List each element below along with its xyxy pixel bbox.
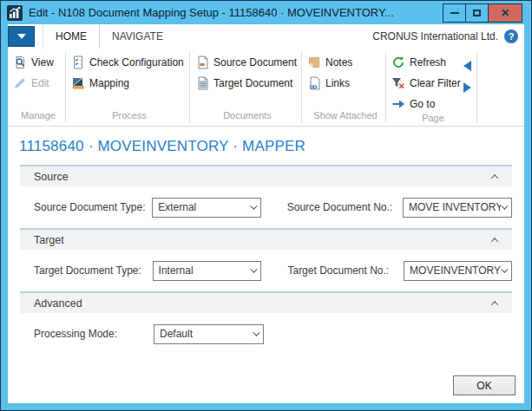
section-source-header[interactable]: Source	[20, 166, 512, 186]
section-target: Target Target Document Type: Internal Ta…	[20, 228, 512, 291]
company-name: CRONUS International Ltd.	[372, 30, 498, 42]
source-document-icon	[195, 55, 209, 69]
ribbon-group-documents: Source Document	[190, 49, 301, 126]
ribbon-group-process: Check Configuration Mappi	[66, 49, 189, 126]
chevron-down-icon	[17, 34, 26, 39]
check-configuration-label: Check Configuration	[89, 56, 184, 68]
section-advanced-header[interactable]: Advanced	[20, 293, 512, 313]
ribbon-group-page: Refresh Clear Filter	[386, 49, 476, 126]
links-label: Links	[325, 77, 350, 89]
clear-filter-icon	[391, 76, 405, 90]
ok-button[interactable]: OK	[453, 375, 516, 395]
clear-filter-button[interactable]: Clear Filter	[391, 74, 461, 92]
chevron-up-icon[interactable]	[491, 301, 498, 308]
refresh-button[interactable]: Refresh	[391, 53, 461, 71]
maximize-button[interactable]	[465, 3, 489, 23]
minimize-icon	[450, 12, 459, 14]
section-source-body: Source Document Type: External Source Do…	[20, 186, 512, 228]
target-document-button[interactable]: Target Document	[195, 74, 299, 92]
close-button[interactable]: ✕	[488, 3, 522, 23]
section-target-title: Target	[34, 234, 64, 246]
window-title: Edit - N108 Document Mapping Setup - 111…	[29, 6, 443, 19]
section-source-title: Source	[34, 171, 69, 183]
ribbon-group-label-process: Process	[71, 110, 187, 126]
source-document-type-field-label: Source Document Type:	[34, 201, 152, 213]
ribbon-group-manage: View Edit Manage	[8, 49, 65, 126]
ribbon: View Edit Manage	[8, 49, 524, 127]
tab-home[interactable]: HOME	[43, 24, 100, 49]
links-button[interactable]: Links	[307, 74, 384, 92]
chevron-up-icon[interactable]	[491, 174, 498, 181]
minimize-button[interactable]	[443, 3, 466, 23]
chevron-down-icon	[251, 265, 258, 272]
mapping-label: Mapping	[89, 77, 129, 89]
chevron-down-icon	[253, 329, 259, 336]
view-button[interactable]: View	[13, 53, 63, 71]
target-document-type-field-label: Target Document Type:	[34, 264, 153, 277]
target-document-label: Target Document	[213, 77, 292, 89]
tab-navigate[interactable]: NAVIGATE	[100, 24, 175, 49]
page-content: 11158640 · MOVEINVENTORY · MAPPER Source…	[8, 127, 524, 403]
goto-arrow-icon	[391, 97, 405, 111]
window-content-frame: HOME NAVIGATE CRONUS International Ltd. …	[8, 24, 524, 403]
application-menu-button[interactable]	[8, 26, 35, 47]
ribbon-group-label-show-attached: Show Attached	[307, 110, 384, 126]
processing-mode-select[interactable]: Default	[154, 324, 264, 344]
source-document-no-select[interactable]: MOVE INVENTORY	[403, 198, 512, 218]
previous-record-button[interactable]	[463, 61, 471, 71]
fasttab-sections: Source Source Document Type: External So…	[20, 165, 512, 355]
edit-pencil-icon	[13, 76, 27, 90]
chevron-down-icon	[250, 202, 257, 209]
section-advanced: Advanced Processing Mode: Default	[20, 291, 512, 355]
section-source: Source Source Document Type: External So…	[20, 165, 512, 228]
notes-icon	[307, 55, 321, 69]
source-document-no-field-label: Source Document No.:	[287, 201, 403, 213]
links-icon	[307, 76, 321, 90]
section-advanced-body: Processing Mode: Default	[20, 313, 512, 355]
goto-label: Go to	[410, 98, 435, 110]
check-configuration-icon	[71, 55, 85, 69]
ribbon-group-label-page: Page	[391, 113, 475, 126]
section-target-body: Target Document Type: Internal Target Do…	[20, 250, 512, 291]
ribbon-group-label-manage: Manage	[13, 110, 63, 126]
chevron-down-icon	[501, 202, 508, 209]
ribbon-group-label-documents: Documents	[195, 110, 299, 126]
refresh-icon	[391, 55, 405, 69]
source-document-type-select[interactable]: External	[152, 198, 261, 218]
section-target-header[interactable]: Target	[20, 230, 512, 250]
view-button-label: View	[31, 56, 54, 68]
clear-filter-label: Clear Filter	[410, 77, 461, 89]
target-document-no-select[interactable]: MOVEINVENTORY	[404, 261, 512, 281]
target-document-icon	[195, 76, 209, 90]
application-window: Edit - N108 Document Mapping Setup - 111…	[0, 0, 532, 411]
notes-button[interactable]: Notes	[307, 53, 384, 71]
source-document-button[interactable]: Source Document	[195, 53, 299, 71]
check-configuration-button[interactable]: Check Configuration	[71, 53, 187, 71]
view-icon	[13, 55, 27, 69]
refresh-label: Refresh	[410, 56, 446, 68]
goto-button[interactable]: Go to	[391, 95, 461, 113]
ribbon-group-show-attached: Notes Links	[302, 49, 385, 126]
help-icon[interactable]: ?	[504, 29, 518, 43]
chevron-up-icon[interactable]	[491, 238, 498, 245]
edit-button-label: Edit	[31, 77, 49, 89]
ribbon-group-divider	[476, 52, 477, 122]
section-advanced-title: Advanced	[34, 297, 82, 310]
notes-label: Notes	[325, 56, 352, 68]
close-icon: ✕	[501, 8, 509, 18]
processing-mode-field-label: Processing Mode:	[34, 328, 154, 340]
maximize-icon	[473, 10, 481, 16]
mapping-icon	[71, 76, 85, 90]
next-record-button[interactable]	[463, 82, 471, 93]
edit-button[interactable]: Edit	[13, 74, 63, 92]
target-document-type-select[interactable]: Internal	[153, 261, 262, 281]
title-bar[interactable]: Edit - N108 Document Mapping Setup - 111…	[1, 1, 531, 24]
chevron-down-icon	[501, 265, 508, 272]
nav-chart-app-icon	[7, 5, 23, 21]
page-title: 11158640 · MOVEINVENTORY · MAPPER	[19, 138, 512, 155]
source-document-label: Source Document	[213, 56, 297, 68]
mapping-button[interactable]: Mapping	[71, 74, 187, 92]
ribbon-tab-strip: HOME NAVIGATE CRONUS International Ltd. …	[8, 24, 524, 49]
target-document-no-field-label: Target Document No.:	[287, 264, 404, 277]
